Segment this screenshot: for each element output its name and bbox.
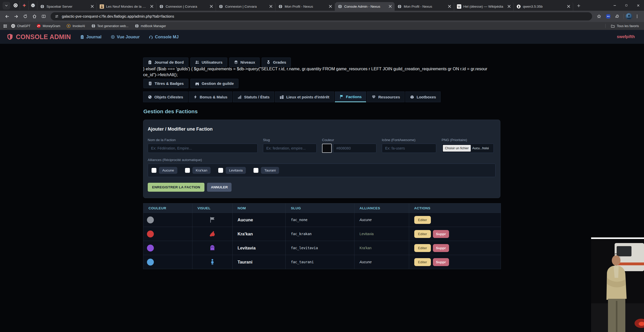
puzzle-icon	[615, 14, 620, 19]
header-nav-link[interactable]: Journal	[80, 35, 101, 39]
star-icon	[597, 14, 601, 19]
content-tab[interactable]: Factions	[335, 91, 366, 102]
content-tab[interactable]: Statuts / États	[233, 91, 274, 102]
back-button[interactable]	[3, 12, 11, 21]
faction-name-input[interactable]	[148, 144, 258, 153]
site-header: CONSOLE ADMIN Journal Vue Joueur Console…	[0, 30, 644, 44]
tab-title: Connexion | Corvara	[225, 5, 267, 8]
tab-close-icon[interactable]	[328, 4, 333, 9]
content-tab[interactable]: Objets Célestes	[143, 91, 188, 102]
leaked-php-code: } elseif ($tab === 'guilds') { $guild_re…	[143, 66, 489, 78]
alliances-box: Aucune Kra'kan Levitavia Taurani	[148, 164, 496, 177]
browser-tab[interactable]: Console Admin - Nexus	[335, 2, 395, 11]
save-faction-button[interactable]: ENREGISTRER LA FACTION	[148, 183, 204, 192]
browser-tab[interactable]: Connexion | Corvara	[156, 2, 216, 11]
site-info-icon[interactable]	[55, 14, 59, 18]
split-screen-button[interactable]	[39, 12, 48, 21]
header-nav-link[interactable]: Console MJ	[149, 35, 179, 39]
toolbar-divider	[624, 14, 624, 19]
tab-close-icon[interactable]	[150, 4, 154, 9]
video-overlay[interactable]	[591, 237, 644, 332]
edit-faction-button[interactable]: Editer	[414, 258, 431, 266]
choose-file-button[interactable]: Choisir un fichier	[443, 145, 471, 152]
address-bar[interactable]: galactic-pve-conquest-c7fe.dev.flatlogic…	[51, 12, 592, 20]
faction-name: Aucune	[232, 213, 286, 227]
bookmark-item[interactable]: mdBook Manager	[135, 24, 166, 28]
faction-name: Levitavia	[232, 241, 286, 255]
url-text[interactable]: galactic-pve-conquest-c7fe.dev.flatlogic…	[62, 14, 174, 18]
browser-tab[interactable]: Mon Profil - Nexus	[395, 2, 454, 11]
bookmark-item[interactable]: MoneyGram	[37, 24, 60, 28]
apps-grid-icon[interactable]	[3, 24, 7, 28]
bookmark-label: ChatGPT	[17, 24, 30, 28]
refresh-button[interactable]	[21, 12, 30, 21]
medal-icon	[266, 60, 271, 64]
admin-button[interactable]: Utilisateurs	[190, 58, 227, 67]
tab-title: Les Neuf Mondes de la Mythol...	[106, 5, 147, 8]
delete-faction-button[interactable]: Suppr	[433, 258, 449, 266]
browser-tab[interactable]: qwen3.5:35b	[514, 2, 573, 11]
tab-close-icon[interactable]	[566, 4, 571, 9]
new-tab-button[interactable]	[575, 2, 582, 9]
browser-tab[interactable]: Les Neuf Mondes de la Mythol...	[97, 2, 156, 11]
all-bookmarks[interactable]: Tous les favoris	[605, 24, 641, 28]
content-tab[interactable]: Lootboxes	[405, 91, 441, 102]
browser-tab[interactable]: Spacebar Server	[37, 2, 97, 11]
faction-actions: EditerSuppr	[409, 227, 501, 241]
file-input[interactable]: Choisir un fichier Aucu...hoisi	[442, 144, 494, 153]
bookmark-star-button[interactable]	[595, 12, 603, 21]
tab-search-button[interactable]	[3, 2, 10, 9]
cancel-button[interactable]: ANNULER	[207, 183, 232, 192]
color-swatch[interactable]	[322, 144, 332, 153]
bookmark-item[interactable]: InvokeAI	[66, 24, 85, 28]
edit-faction-button[interactable]: Editer	[414, 216, 431, 224]
edit-faction-button[interactable]: Editer	[414, 230, 431, 238]
globe-icon	[219, 4, 223, 9]
admin-button[interactable]: Grades	[262, 58, 291, 67]
faction-slug-input[interactable]	[263, 144, 317, 153]
faction-row: Kra'kan fac_krakan Levitavia EditerSuppr	[143, 227, 501, 241]
content-tab[interactable]: Lieux et points d'intérêt	[275, 91, 334, 102]
pinned-tab[interactable]	[11, 1, 20, 10]
browser-tab[interactable]: Connexion | Corvara	[216, 2, 275, 11]
bookmark-item[interactable]: ChatGPT	[11, 24, 30, 28]
maximize-button[interactable]	[620, 0, 632, 11]
tab-close-icon[interactable]	[90, 4, 95, 9]
admin-button[interactable]: Journal de Bord	[143, 58, 188, 67]
home-button[interactable]	[30, 12, 39, 21]
extensions-button[interactable]	[613, 12, 622, 21]
bookmark-item[interactable]: Text generation web...	[91, 24, 129, 28]
content-tab[interactable]: Ressources	[367, 91, 405, 102]
admin-button[interactable]: Gestion de guilde	[190, 79, 238, 88]
alliance-checkbox[interactable]	[185, 168, 190, 173]
browser-menu-button[interactable]	[633, 12, 641, 21]
content-tab[interactable]: Bonus & Malus	[189, 91, 232, 102]
header-nav-link[interactable]: Vue Joueur	[111, 35, 140, 39]
svg-text:W: W	[32, 4, 34, 7]
alliance-checkbox[interactable]	[218, 168, 223, 173]
pinned-tab[interactable]: W	[29, 1, 37, 10]
color-label: Couleur	[322, 138, 376, 142]
alliance-checkbox[interactable]	[254, 168, 258, 173]
tab-close-icon[interactable]	[447, 4, 452, 9]
alliance-checkbox[interactable]	[152, 168, 156, 173]
browser-tab[interactable]: W Hel (déesse) — Wikipédia	[454, 2, 514, 11]
admin-button[interactable]: Titres & Badges	[143, 79, 188, 88]
faction-icon-input[interactable]	[382, 144, 436, 153]
color-hex-input[interactable]	[333, 144, 376, 153]
browser-tab[interactable]: Mon Profil - Nexus	[275, 2, 335, 11]
close-button[interactable]	[632, 0, 644, 11]
delete-faction-button[interactable]: Suppr	[433, 230, 449, 238]
tab-close-icon[interactable]	[269, 4, 273, 9]
extension-shortcut-button[interactable]	[604, 12, 613, 21]
profile-avatar[interactable]	[626, 13, 632, 20]
delete-faction-button[interactable]: Suppr	[433, 244, 449, 252]
tab-close-icon[interactable]	[209, 4, 214, 9]
pinned-tab[interactable]	[20, 1, 29, 10]
admin-button[interactable]: Niveaux	[229, 58, 260, 67]
minimize-button[interactable]	[609, 0, 620, 11]
tab-close-icon[interactable]	[507, 4, 511, 9]
forward-button[interactable]	[12, 12, 20, 21]
tab-close-icon[interactable]	[388, 4, 393, 9]
edit-faction-button[interactable]: Editer	[414, 244, 431, 252]
